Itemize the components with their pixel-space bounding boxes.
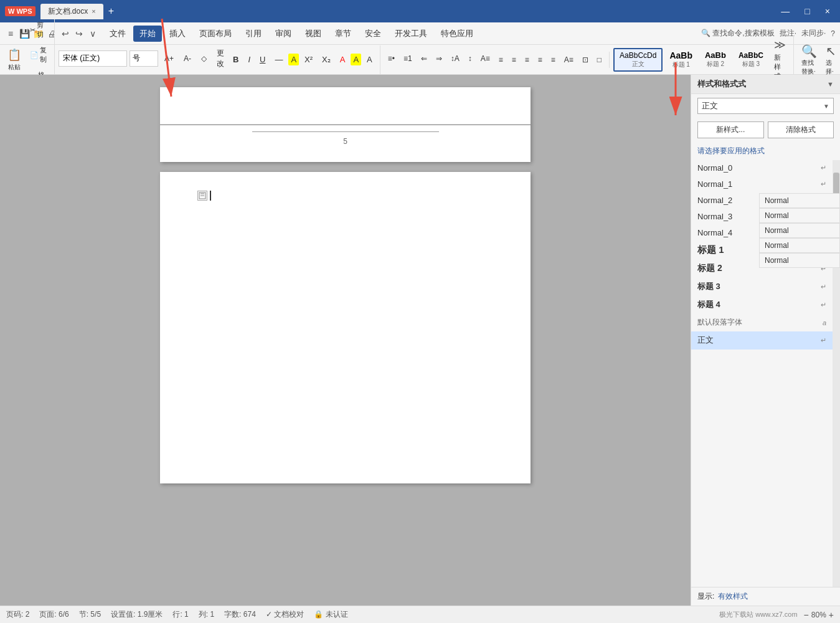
border-button[interactable]: ⊡ [578,53,592,67]
close-button[interactable]: × [820,5,835,17]
col-status: 列: 1 [199,609,214,620]
pages-total-status: 页面: 6/6 [39,609,68,620]
page-6 [160,172,531,483]
highlight-button[interactable]: A [288,54,299,65]
document-area[interactable]: 5 [0,75,691,606]
menu-start[interactable]: 开始 [133,26,162,42]
font-color2-button[interactable]: A [363,53,376,66]
sort-button[interactable]: ↕A [447,52,463,65]
indent-button[interactable]: ⇒ [432,52,446,65]
cut-button[interactable]: ✂ 剪切 [26,18,50,42]
panel-dropdown-arrow[interactable]: ▼ [827,80,834,88]
restore-button[interactable]: □ [800,5,814,17]
select-button[interactable]: ↖ 选择· [822,42,840,78]
menu-insert[interactable]: 插入 [163,26,192,42]
style-item-heading3[interactable]: 标题 3 ↵ [691,278,833,296]
zoom-control[interactable]: − 80% + [804,610,834,620]
font-color-button[interactable]: A [336,53,349,66]
enter-icon-dp: a [823,319,826,326]
change-case-button[interactable]: 更改 [213,45,228,72]
menu-view[interactable]: 视图 [299,26,328,42]
outdent-button[interactable]: ⇐ [417,52,431,65]
justify-button[interactable]: ≡ [534,53,546,67]
decrease-font-button[interactable]: A- [180,52,195,65]
text-direction-button[interactable]: A≡ [560,53,577,67]
menu-page-layout[interactable]: 页面布局 [193,26,238,42]
menu-dev-tools[interactable]: 开发工具 [389,26,433,42]
undo-icon[interactable]: ↩ [60,28,71,39]
find-select-group: 🔍 查找替换· ↖ 选择· [798,42,840,78]
new-tab-button[interactable]: + [108,6,114,17]
help-button[interactable]: ? [831,29,835,38]
align-center-button[interactable]: ≡ [508,53,520,67]
superscript-button[interactable]: X² [301,53,316,66]
italic-button[interactable]: I [244,53,254,66]
new-style-panel-button[interactable]: 新样式... [697,121,764,138]
style-normal[interactable]: AaBbCcDd 正文 [613,48,663,72]
style-heading2[interactable]: AaBb 标题 2 [699,48,732,72]
underline-button[interactable]: U [256,53,269,66]
menu-references[interactable]: 引用 [239,26,268,42]
paste-button[interactable]: 📋 粘贴 [4,45,25,74]
clear-format-panel-button[interactable]: 清除格式 [768,121,834,138]
selector-arrow-icon: ▼ [823,103,829,110]
style-heading1[interactable]: AaBb 标题 1 [664,48,698,72]
current-style-selector[interactable]: 正文 ▼ [697,98,834,114]
menu-security[interactable]: 安全 [359,26,387,42]
increase-font-button[interactable]: A+ [161,52,177,65]
align-left-button[interactable]: ≡ [495,53,507,67]
distribute-button[interactable]: ≡ [547,53,559,67]
style-name-heading1: 标题 1 [697,244,724,256]
tab-close-button[interactable]: × [92,7,95,15]
style-item-heading4[interactable]: 标题 4 ↵ [691,296,833,314]
strikethrough-button[interactable]: — [271,53,286,66]
normal-label-2: Normal [759,223,840,238]
paragraph-icon[interactable] [197,191,207,201]
shading-button[interactable]: A [351,54,361,65]
row-status: 行: 1 [172,609,188,620]
display-label: 显示: [697,591,714,602]
copy-button[interactable]: 📄 复制 [26,43,50,67]
zoom-in-button[interactable]: + [829,610,834,620]
numbered-list-button[interactable]: ≡1 [400,52,416,65]
document-tab[interactable]: 新文档.docx × [40,4,103,19]
align-right-button[interactable]: ≡ [521,53,533,67]
customize-icon[interactable]: ∨ [87,28,98,39]
panel-subtitle: 请选择要应用的格式 [691,142,840,160]
find-replace-button[interactable]: 🔍 查找替换· [798,42,821,78]
style-item-default-para[interactable]: 默认段落字体 a [691,314,833,331]
panel-action-buttons: 新样式... 清除格式 [691,118,840,142]
style-item-body[interactable]: 正文 ↵ [691,331,833,350]
page-content-6[interactable] [160,172,531,421]
bullet-list-button[interactable]: ≡• [384,52,399,65]
word-count-status: 字数: 674 [224,609,256,620]
style-item-normal1[interactable]: Normal_1 ↵ [691,176,833,193]
clear-format-button[interactable]: ◇ [197,52,210,65]
style-heading3[interactable]: AaBbC 标题 3 [733,48,769,72]
menu-chapter[interactable]: 章节 [329,26,357,42]
sync-button[interactable]: 未同步· [801,28,826,39]
bold-button[interactable]: B [229,53,242,66]
cursor-area[interactable] [197,191,493,201]
font-name-selector[interactable] [59,50,127,67]
minimize-button[interactable]: — [776,5,795,17]
style-name-body: 正文 [697,335,714,346]
redo-icon[interactable]: ↪ [73,28,85,39]
zoom-out-button[interactable]: − [804,610,809,620]
style-name-normal2: Normal_2 [697,196,732,205]
subscript-button[interactable]: X₂ [318,53,334,66]
enter-icon-h4: ↵ [821,301,826,309]
chinese-layout-button[interactable]: A≡ [477,52,494,65]
section-status: 节: 5/5 [79,609,101,620]
normal-label-3: Normal [759,238,840,253]
menu-special[interactable]: 特色应用 [435,26,479,42]
shading-para-button[interactable]: □ [593,53,605,67]
menu-review[interactable]: 审阅 [269,26,298,42]
line-spacing-button[interactable]: ↕ [465,52,476,65]
font-size-selector[interactable] [130,50,158,67]
doc-mode-status[interactable]: ✓ 文档校对 [266,609,304,620]
page-5: 5 [160,87,531,162]
display-value[interactable]: 有效样式 [718,591,748,602]
menu-file[interactable]: 文件 [103,26,132,42]
style-item-normal0[interactable]: Normal_0 ↵ [691,160,833,176]
